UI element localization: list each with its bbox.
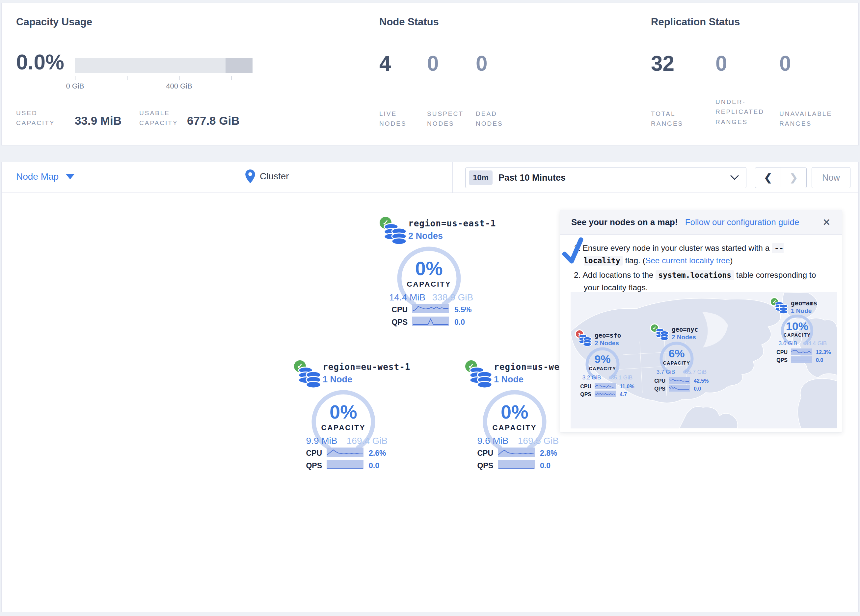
step-2-text: Add locations to the — [582, 271, 656, 279]
gauge-used-value: 14.4 MiB — [384, 292, 430, 303]
time-prev-button[interactable]: ❮ — [755, 168, 781, 187]
cpu-value: 12.3% — [816, 350, 831, 356]
qps-label: QPS — [773, 357, 788, 363]
view-mode-dropdown[interactable]: Node Map — [16, 171, 74, 182]
step-1-text-b: flag. ( — [623, 256, 645, 265]
cpu-label: CPU — [303, 449, 322, 458]
qps-sparkline — [412, 317, 449, 326]
capacity-usage-bar-segment — [226, 58, 253, 73]
cluster-overview-page: Capacity Usage 0.0% 0 GiB 400 GiB USED C… — [0, 0, 860, 616]
gauge-capacity-label: CAPACITY — [582, 366, 623, 371]
cpu-value: 5.5% — [454, 306, 471, 314]
popup-steps: 1.Ensure every node in your cluster was … — [584, 242, 819, 294]
qps-value: 0.0 — [694, 386, 701, 392]
qps-value: 0.0 — [454, 318, 465, 327]
suspect-nodes-count: 0 — [427, 53, 439, 74]
total-ranges-label: TOTAL RANGES — [651, 109, 683, 129]
capacity-usage-title: Capacity Usage — [16, 16, 92, 28]
under-replicated-label: UNDER- REPLICATED RANGES — [716, 97, 764, 127]
time-range-label: Past 10 Minutes — [499, 173, 566, 183]
geo-label[interactable]: geo=nyc — [672, 326, 698, 333]
breadcrumb[interactable]: Cluster — [245, 169, 289, 183]
cpu-value: 2.8% — [540, 449, 557, 458]
time-range-badge: 10m — [469, 171, 493, 185]
gauge-capacity-label: CAPACITY — [311, 423, 376, 432]
qps-value: 0.0 — [540, 461, 551, 470]
gauge-used-value: 3.6 GiB — [773, 340, 803, 347]
qps-sparkline — [669, 385, 690, 392]
region-nodes-link[interactable]: 1 Node — [323, 375, 352, 385]
breadcrumb-label: Cluster — [260, 171, 289, 182]
qps-sparkline — [595, 390, 616, 397]
qps-sparkline — [326, 460, 364, 469]
cpu-value: 42.5% — [694, 378, 709, 384]
step-1: 1.Ensure every node in your cluster was … — [584, 242, 819, 267]
axis-tick — [127, 76, 127, 80]
cpu-label: CPU — [651, 378, 665, 384]
qps-label: QPS — [474, 461, 493, 470]
usable-capacity-label: USABLE CAPACITY — [139, 108, 178, 129]
map-pin-icon — [245, 169, 255, 183]
step-1-text-c: ) — [730, 256, 733, 265]
capacity-usage-bar — [75, 58, 253, 73]
dead-nodes-label: DEAD NODES — [476, 109, 503, 129]
gauge-percent: 0% — [311, 401, 376, 423]
qps-label: QPS — [389, 318, 408, 327]
gauge-used-value: 9.6 MiB — [470, 436, 516, 446]
popup-header: See your nodes on a map! Follow our conf… — [560, 210, 842, 235]
gauge-capacity-label: CAPACITY — [482, 423, 548, 432]
toolbar-divider — [452, 162, 453, 193]
gauge-percent: 10% — [778, 320, 816, 333]
database-nodes-icon — [383, 223, 407, 246]
gauge-percent: 6% — [656, 347, 697, 360]
blue-check-icon — [560, 237, 586, 266]
time-nav-buttons: ❮ ❯ — [755, 167, 807, 188]
system-locations-code: system.locations — [656, 270, 734, 280]
now-button[interactable]: Now — [811, 167, 851, 188]
chevron-down-icon — [66, 174, 74, 179]
live-nodes-count: 4 — [379, 53, 391, 74]
under-replicated-count: 0 — [716, 53, 727, 74]
cpu-label: CPU — [773, 350, 788, 356]
cpu-value: 11.0% — [620, 384, 634, 390]
stats-summary-bar: Capacity Usage 0.0% 0 GiB 400 GiB USED C… — [1, 3, 859, 146]
cpu-sparkline — [412, 304, 449, 313]
qps-label: QPS — [303, 461, 322, 470]
axis-tick — [231, 76, 231, 80]
qps-value: 4.7 — [620, 392, 627, 398]
qps-label: QPS — [651, 386, 665, 392]
locality-tree-link[interactable]: See current locality tree — [645, 256, 730, 265]
cpu-label: CPU — [577, 384, 591, 390]
capacity-usage-percent: 0.0% — [16, 52, 64, 73]
dead-nodes-count: 0 — [476, 53, 488, 74]
region-nodes-link[interactable]: 2 Nodes — [408, 231, 443, 241]
gauge-total-value: 34.4 GiB — [799, 340, 832, 347]
cpu-sparkline — [669, 377, 690, 384]
time-range-select[interactable]: 10m Past 10 Minutes — [465, 167, 746, 188]
gauge-total-value: 169.5 GiB — [514, 436, 563, 446]
geo-label[interactable]: geo=sfo — [595, 332, 621, 339]
cpu-value: 2.6% — [369, 449, 386, 458]
region-label[interactable]: region=us-east-1 — [408, 218, 496, 228]
step-1-text: Ensure every node in your cluster was st… — [582, 243, 772, 252]
total-ranges-count: 32 — [651, 53, 674, 74]
suspect-nodes-label: SUSPECT NODES — [427, 109, 464, 129]
gauge-total-value: 65.7 GiB — [679, 369, 712, 375]
step-2: 2.Add locations to the system.locations … — [584, 269, 819, 294]
popup-title: See your nodes on a map! — [571, 217, 678, 227]
close-icon[interactable]: ✕ — [822, 218, 831, 227]
usable-capacity-value: 677.8 GiB — [187, 114, 240, 127]
qps-sparkline — [791, 356, 812, 363]
database-nodes-icon — [469, 366, 493, 389]
region-label[interactable]: region=eu-west-1 — [323, 362, 410, 372]
cpu-sparkline — [595, 383, 616, 389]
used-capacity-value: 33.9 MiB — [75, 114, 121, 127]
axis-tick-label-400: 400 GiB — [166, 82, 192, 91]
geo-label[interactable]: geo=ams — [791, 299, 817, 307]
time-next-button[interactable]: ❯ — [781, 168, 806, 187]
region-nodes-link[interactable]: 1 Node — [494, 375, 524, 385]
configuration-guide-link[interactable]: Follow our configuration guide — [685, 217, 799, 227]
cpu-sparkline — [326, 448, 364, 457]
axis-tick — [179, 76, 179, 80]
view-mode-label: Node Map — [16, 171, 59, 182]
